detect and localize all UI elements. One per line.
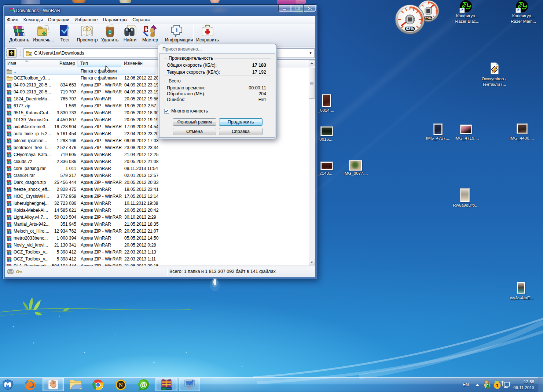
svg-text:1: 1 [496,383,499,388]
svg-text:03%: 03% [406,26,414,31]
svg-text:i: i [176,27,178,34]
svg-text:23%: 23% [425,16,432,20]
svg-text:@: @ [140,381,147,389]
svg-text:F: F [486,384,488,388]
svg-text:N: N [119,382,123,388]
